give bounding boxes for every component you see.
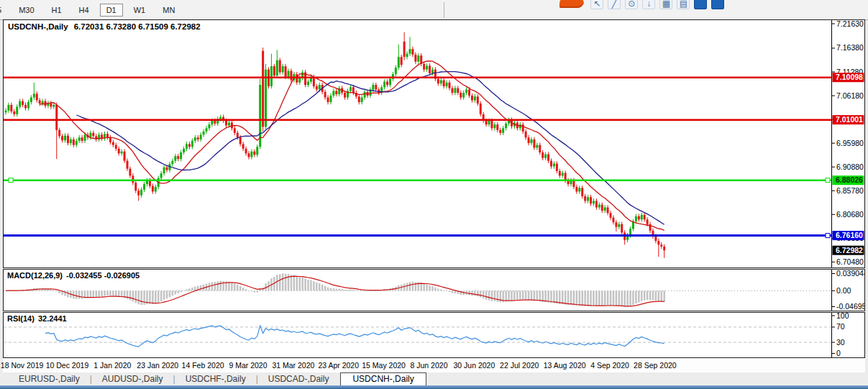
timeframe-button-mn[interactable]: MN (156, 4, 181, 17)
price-pane[interactable]: 7.216307.163807.112807.061807.010806.959… (3, 19, 865, 268)
svg-text:6.76160: 6.76160 (836, 231, 863, 239)
timeframe-button-w1[interactable]: W1 (127, 4, 152, 17)
tab-eurusd[interactable]: EURUSD-,Daily (10, 373, 88, 385)
price-chart-canvas[interactable]: 7.216307.163807.112807.061807.010806.959… (4, 20, 864, 267)
timeframe-button-h4[interactable]: H4 (73, 4, 96, 17)
svg-text:0.00: 0.00 (836, 286, 851, 295)
platform-logo (559, 0, 584, 8)
svg-text:70: 70 (836, 322, 845, 331)
svg-text:7.21630: 7.21630 (836, 20, 864, 27)
svg-text:6.95980: 6.95980 (836, 139, 864, 147)
tab-audusd[interactable]: AUDUSD-,Daily (93, 373, 172, 385)
date-label: 4 Sep 2020 (590, 361, 629, 370)
svg-text:6.72982: 6.72982 (836, 246, 863, 255)
date-label: 9 Mar 2020 (229, 361, 267, 370)
date-label: 15 May 2020 (362, 361, 406, 370)
date-label: 18 Nov 2019 (1, 361, 44, 370)
timeframe-button-m5[interactable]: 5 (0, 4, 8, 17)
svg-text:-0.046955: -0.046955 (836, 302, 864, 311)
svg-text:7.16380: 7.16380 (836, 43, 864, 52)
chart-tab-bar: EURUSD-,Daily | AUDUSD-,Daily | USDCHF-,… (0, 372, 868, 385)
date-label: 23 Apr 2020 (318, 361, 359, 370)
tab-separator: | (256, 374, 258, 384)
cursor-icon[interactable]: ↖ (590, 0, 603, 9)
svg-text:7.01001: 7.01001 (836, 115, 863, 124)
svg-text:30: 30 (836, 338, 845, 347)
date-label: 1 Jan 2020 (93, 361, 131, 370)
date-label: 8 Jun 2020 (411, 361, 448, 370)
tab-separator: | (90, 374, 92, 384)
tab-usdcnh[interactable]: USDCNH-,Daily (340, 372, 426, 386)
svg-text:6.88026: 6.88026 (836, 175, 863, 184)
svg-text:0: 0 (836, 349, 841, 357)
chart-ohlc-values: 6.72031 6.73280 6.71509 6.72982 (74, 22, 201, 31)
grid-icon[interactable]: ▦ (659, 0, 672, 9)
rsi-line (45, 326, 664, 347)
timeframe-button-h1[interactable]: H1 (45, 4, 68, 17)
timeframe-button-d1[interactable]: D1 (100, 4, 123, 17)
date-label: 23 Jan 2020 (137, 361, 178, 370)
top-toolbar: 5 M30 H1 H4 D1 W1 MN ↖ ╱ ⊙ ↓ ▦ ▤ (0, 0, 868, 20)
timeframe-button-m30[interactable]: M30 (12, 4, 40, 17)
rsi-value: 32.2441 (38, 314, 67, 323)
date-label: 28 Sep 2020 (634, 361, 677, 370)
chart-window: 7.216307.163807.112807.061807.010806.959… (3, 19, 865, 372)
new-chart-icon[interactable] (711, 0, 724, 9)
window-bottom-strip (0, 385, 868, 389)
svg-text:100: 100 (836, 313, 849, 320)
svg-text:6.85780: 6.85780 (836, 186, 864, 195)
date-label: 31 Mar 2020 (272, 361, 314, 370)
svg-text:6.70480: 6.70480 (836, 257, 864, 266)
chart-title: USDCNH-,Daily6.72031 6.73280 6.71509 6.7… (8, 22, 201, 31)
svg-text:0.039044: 0.039044 (836, 270, 864, 278)
toolbar-icon-group: ↖ ╱ ⊙ ↓ ▦ ▤ (559, 0, 726, 19)
macd-name: MACD(12,26,9) (7, 271, 63, 280)
template-icon[interactable]: ▤ (677, 0, 690, 9)
macd-values: -0.032455 -0.026905 (66, 271, 140, 280)
tab-usdcad[interactable]: USDCAD-,Daily (260, 373, 338, 385)
svg-text:6.80680: 6.80680 (836, 210, 864, 219)
svg-text:6.90880: 6.90880 (836, 163, 864, 171)
rsi-name: RSI(14) (7, 314, 35, 323)
date-label: 13 Aug 2020 (544, 361, 586, 370)
date-label: 30 Jun 2020 (453, 361, 495, 370)
macd-label: MACD(12,26,9)-0.032455 -0.026905 (7, 271, 140, 280)
rsi-pane[interactable]: 10070300 RSI(14)32.2441 (3, 312, 865, 358)
chart-symbol-label: USDCNH-,Daily (8, 22, 68, 31)
date-label: 10 Dec 2019 (46, 361, 89, 370)
tab-usdchf[interactable]: USDCHF-,Daily (177, 373, 255, 385)
indicator-icon[interactable] (694, 0, 707, 9)
svg-text:7.10098: 7.10098 (836, 73, 863, 81)
rsi-canvas[interactable]: 10070300 (4, 313, 864, 357)
line-handle[interactable] (9, 178, 13, 183)
toolbar-separator (444, 2, 444, 18)
download-icon[interactable]: ↓ (642, 0, 655, 9)
date-label: 22 Jul 2020 (500, 361, 539, 370)
tab-separator: | (173, 374, 175, 384)
clock-icon[interactable]: ⊙ (625, 0, 638, 9)
macd-pane[interactable]: 0.0390440.00-0.046955 MACD(12,26,9)-0.03… (3, 269, 865, 311)
line-handle[interactable] (826, 234, 830, 238)
date-label: 14 Feb 2020 (182, 361, 224, 370)
date-axis[interactable]: 18 Nov 201910 Dec 20191 Jan 202023 Jan 2… (3, 359, 865, 372)
svg-text:7.06180: 7.06180 (836, 91, 864, 100)
draw-line-icon[interactable]: ╱ (608, 0, 621, 9)
line-handle[interactable] (826, 178, 830, 183)
rsi-label: RSI(14)32.2441 (7, 314, 67, 323)
